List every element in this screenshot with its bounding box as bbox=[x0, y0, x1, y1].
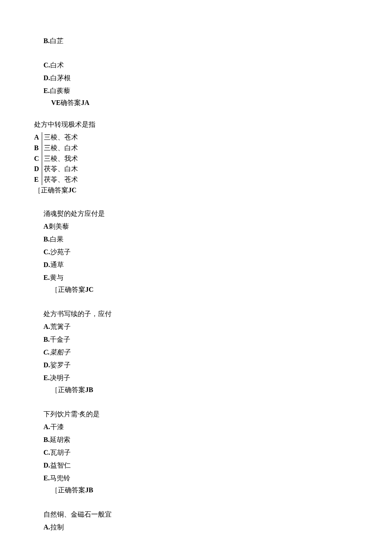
answer-code: JC bbox=[85, 286, 94, 293]
option-text: 茯苓、苍术 bbox=[42, 174, 78, 185]
option-text: 拉制 bbox=[50, 523, 64, 531]
q1-option-d: D.白茅根 bbox=[43, 73, 392, 83]
option-text: 决明子 bbox=[50, 374, 70, 381]
q3-option-b: B.白果 bbox=[43, 234, 392, 244]
option-text: 白蒺藜 bbox=[50, 87, 70, 94]
option-text: 白术 bbox=[50, 61, 64, 69]
q5-option-a: A.干漆 bbox=[43, 422, 392, 432]
option-label: E. bbox=[43, 87, 50, 94]
table-row: E 茯苓、苍术 bbox=[34, 174, 392, 185]
q5-stem: 下列饮片需·炙的是 bbox=[43, 407, 392, 419]
option-text: 益智仁 bbox=[50, 462, 71, 469]
q4-option-e: E.决明子 bbox=[43, 373, 392, 383]
document-page: B.白芷 C.白术 D.白茅根 E.白蒺藜 VE确答案JA 处方中转现极术是指 … bbox=[0, 0, 392, 555]
answer-prefix: VE bbox=[51, 99, 61, 106]
option-text: 白茅根 bbox=[50, 74, 71, 81]
option-text: 白果 bbox=[50, 235, 63, 243]
option-label: C. bbox=[43, 349, 50, 356]
option-text: 荒篱子 bbox=[50, 323, 71, 330]
option-label: E bbox=[34, 174, 42, 185]
option-label: B bbox=[34, 143, 42, 154]
q5-option-e: E.马兜铃 bbox=[43, 473, 392, 483]
option-label: A bbox=[43, 223, 49, 230]
q6-option-a: A.拉制 bbox=[43, 522, 392, 532]
option-label: B. bbox=[43, 235, 50, 243]
q3-option-a: A刺美藜 bbox=[43, 221, 392, 232]
option-label: B. bbox=[43, 336, 50, 343]
q3-option-d: D.通草 bbox=[43, 260, 392, 270]
q3-answer: ［正确答窠JC bbox=[51, 285, 392, 294]
answer-code: JB bbox=[85, 486, 93, 494]
option-text: 千金子 bbox=[50, 336, 70, 343]
option-label: A. bbox=[43, 423, 50, 430]
q1-answer: VE确答案JA bbox=[51, 99, 392, 108]
option-text: 菜船子 bbox=[50, 349, 70, 356]
q6-stem: 自然铜、金磁石一般宜 bbox=[43, 508, 392, 520]
option-label: A. bbox=[43, 523, 50, 531]
option-label: C. bbox=[43, 248, 50, 256]
option-label: B. bbox=[43, 436, 50, 443]
option-label: D bbox=[34, 164, 42, 174]
option-label: D. bbox=[43, 462, 50, 469]
table-row: A 三棱、苍术 bbox=[34, 132, 392, 143]
option-label: E. bbox=[43, 274, 50, 281]
option-label: E. bbox=[43, 374, 50, 381]
q4-option-b: B.千金子 bbox=[43, 334, 392, 345]
table-row: B 三棱、白术 bbox=[34, 143, 392, 154]
q2-answer: ［正确答窠JC bbox=[34, 186, 392, 195]
option-text: 延胡索 bbox=[50, 436, 70, 443]
q4-option-c: C.菜船子 bbox=[43, 347, 392, 357]
q2-options-table: A 三棱、苍术 B 三棱、白术 C 三棱、我术 D 茯苓、白木 E 茯苓、苍术 bbox=[34, 132, 392, 185]
option-label: C bbox=[34, 154, 42, 164]
option-text: 三棱、白术 bbox=[42, 143, 78, 154]
q4-answer: ［正确答案JB bbox=[51, 386, 392, 395]
option-label: D. bbox=[43, 361, 50, 369]
option-label: D. bbox=[43, 74, 50, 81]
option-text: 沙苑子 bbox=[50, 248, 71, 256]
q5-option-d: D.益智仁 bbox=[43, 460, 392, 471]
option-label: B. bbox=[43, 37, 50, 44]
option-text: 瓦胡子 bbox=[50, 449, 71, 456]
answer-code: JC bbox=[68, 186, 77, 194]
table-row: C 三棱、我术 bbox=[34, 154, 392, 164]
q4-stem: 处方书写续的子，应付 bbox=[43, 307, 392, 319]
option-text: 三棱、我术 bbox=[42, 154, 78, 164]
option-text: 黄与 bbox=[50, 274, 63, 281]
option-text: 通草 bbox=[50, 261, 64, 268]
q1-option-b: B.白芷 bbox=[43, 34, 392, 58]
option-label: D. bbox=[43, 261, 50, 268]
option-text: 马兜铃 bbox=[50, 474, 70, 482]
q3-stem: 涌魂熨的处方应付是 bbox=[43, 207, 392, 219]
option-label: E. bbox=[43, 474, 50, 482]
option-text: 白芷 bbox=[50, 37, 63, 44]
option-label: A. bbox=[43, 323, 50, 330]
option-text: 三棱、苍术 bbox=[42, 132, 78, 143]
answer-code: JB bbox=[85, 386, 93, 393]
option-text: 茯苓、白木 bbox=[42, 164, 78, 174]
answer-code: JA bbox=[81, 99, 89, 106]
q3-option-e: E.黄与 bbox=[43, 273, 392, 283]
q5-option-c: C.瓦胡子 bbox=[43, 447, 392, 458]
option-label: A bbox=[34, 132, 42, 143]
q5-answer: ［正确答案JB bbox=[51, 486, 392, 495]
q4-option-a: A.荒篱子 bbox=[43, 322, 392, 332]
table-row: D 茯苓、白木 bbox=[34, 164, 392, 174]
q5-option-b: B.延胡索 bbox=[43, 435, 392, 445]
option-label: C. bbox=[43, 61, 50, 69]
option-label: C. bbox=[43, 449, 50, 456]
option-text: 干漆 bbox=[50, 423, 64, 430]
option-text: 娑罗子 bbox=[50, 361, 71, 369]
q4-option-d: D.娑罗子 bbox=[43, 360, 392, 370]
answer-mid: 确答案 bbox=[61, 99, 81, 106]
q1-option-c: C.白术 bbox=[43, 60, 392, 70]
option-text: 刺美藜 bbox=[49, 223, 69, 230]
q2-stem: 处方中转现极术是指 bbox=[34, 119, 392, 130]
q1-option-e: E.白蒺藜 bbox=[43, 86, 392, 96]
q3-option-c: C.沙苑子 bbox=[43, 247, 392, 257]
